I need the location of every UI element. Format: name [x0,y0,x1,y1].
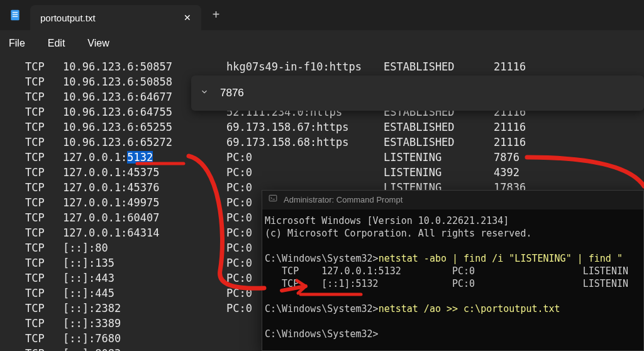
proto-cell: TCP [0,210,63,225]
cmd-input-1: netstat -abo | find /i "LISTENING" | fin… [379,253,623,264]
svg-rect-0 [11,10,19,21]
pid-cell: 7876 [494,150,550,165]
proto-cell: TCP [0,150,63,165]
proto-cell: TCP [0,316,63,331]
proto-cell: TCP [0,331,63,346]
command-prompt-icon [269,194,277,206]
pid-cell: 21116 [494,120,550,135]
cmd-banner-2: (c) Microsoft Corporation. All rights re… [265,228,531,239]
local-address-cell: [::]:80 [63,240,226,255]
local-address-cell: [::]:8083 [63,346,226,351]
proto-cell: TCP [0,180,63,195]
command-prompt-title: Administrator: Command Prompt [284,194,402,206]
local-address-cell: [::]:7680 [63,331,226,346]
local-address-cell: [::]:2382 [63,301,226,316]
remote-address-cell: PC:0 [226,165,384,180]
notepad-app-icon [0,9,30,21]
pid-cell: 21116 [494,59,550,74]
state-cell: LISTENING [384,150,494,165]
local-address-cell: 127.0.0.1:60407 [63,210,226,225]
proto-cell: TCP [0,195,63,210]
local-address-cell: 10.96.123.6:65272 [63,135,226,150]
table-row: TCP10.96.123.6:6527269.173.158.68:httpsE… [0,135,644,150]
remote-address-cell: 69.173.158.68:https [226,135,384,150]
local-address-cell: [::]:135 [63,255,226,270]
local-address-cell: 127.0.0.1:45375 [63,165,226,180]
cmd-banner-1: Microsoft Windows [Version 10.0.22621.21… [265,215,509,226]
svg-rect-1 [13,12,18,13]
pid-cell: 4392 [494,165,550,180]
proto-cell: TCP [0,255,63,270]
local-address-cell: [::]:445 [63,286,226,301]
table-row: TCP10.96.123.6:6525569.173.158.67:httpsE… [0,120,644,135]
state-cell: ESTABLISHED [384,120,494,135]
proto-cell: TCP [0,135,63,150]
pid-cell: 21116 [494,135,550,150]
menu-bar: File Edit View [0,30,644,57]
remote-address-cell: 69.173.158.67:https [226,120,384,135]
close-tab-icon[interactable]: ✕ [184,13,191,23]
proto-cell: TCP [0,240,63,255]
tab-title: portoutput.txt [40,13,96,23]
proto-cell: TCP [0,74,63,89]
menu-edit[interactable]: Edit [48,38,65,49]
local-address-cell: 127.0.0.1:49975 [63,195,226,210]
command-prompt-body[interactable]: Microsoft Windows [Version 10.0.22621.21… [262,209,643,340]
find-input[interactable] [220,87,384,99]
svg-rect-3 [13,16,18,17]
local-address-cell: [::]:443 [63,270,226,286]
local-address-cell: 10.96.123.6:65255 [63,120,226,135]
find-bar [191,75,644,111]
new-tab-button[interactable]: + [201,8,231,23]
local-address-cell: [::]:3389 [63,316,226,331]
cmd-prompt-1: C:\Windows\System32> [265,253,379,264]
cmd-output-line-2: TCP [::1]:5132 PC:0 LISTENIN [265,278,628,289]
cmd-input-2: netstat /ao >> c:\portoutput.txt [379,303,560,315]
table-row: TCP127.0.0.1:5132PC:0LISTENING7876 [0,150,644,165]
proto-cell: TCP [0,165,63,180]
remote-address-cell: PC:0 [226,150,384,165]
table-row: TCP10.96.123.6:50857hkg07s49-in-f10:http… [0,59,644,74]
command-prompt-titlebar[interactable]: Administrator: Command Prompt [262,191,643,209]
command-prompt-window[interactable]: Administrator: Command Prompt Microsoft … [262,190,644,351]
state-cell: ESTABLISHED [384,59,494,74]
chevron-down-icon[interactable] [200,87,209,99]
selected-text: 5132 [127,151,153,164]
proto-cell: TCP [0,89,63,104]
proto-cell: TCP [0,120,63,135]
local-address-cell: 127.0.0.1:5132 [63,150,226,165]
tab-active[interactable]: portoutput.txt ✕ [30,5,201,30]
proto-cell: TCP [0,104,63,120]
menu-file[interactable]: File [9,38,25,49]
proto-cell: TCP [0,301,63,316]
cmd-prompt-3: C:\Windows\System32> [265,328,379,340]
menu-view[interactable]: View [87,38,109,49]
tab-bar: portoutput.txt ✕ + [0,0,644,30]
proto-cell: TCP [0,270,63,286]
proto-cell: TCP [0,286,63,301]
proto-cell: TCP [0,59,63,74]
remote-address-cell: hkg07s49-in-f10:https [226,59,384,74]
local-address-cell: 10.96.123.6:50857 [63,59,226,74]
proto-cell: TCP [0,225,63,240]
local-address-cell: 127.0.0.1:45376 [63,180,226,195]
local-address-cell: 127.0.0.1:64314 [63,225,226,240]
svg-rect-2 [13,14,18,14]
cmd-prompt-2: C:\Windows\System32> [265,303,379,315]
state-cell: LISTENING [384,165,494,180]
cmd-output-line-1: TCP 127.0.0.1:5132 PC:0 LISTENIN [265,265,628,277]
svg-rect-4 [269,195,277,201]
state-cell: ESTABLISHED [384,135,494,150]
table-row: TCP127.0.0.1:45375PC:0LISTENING4392 [0,165,644,180]
proto-cell: TCP [0,346,63,351]
